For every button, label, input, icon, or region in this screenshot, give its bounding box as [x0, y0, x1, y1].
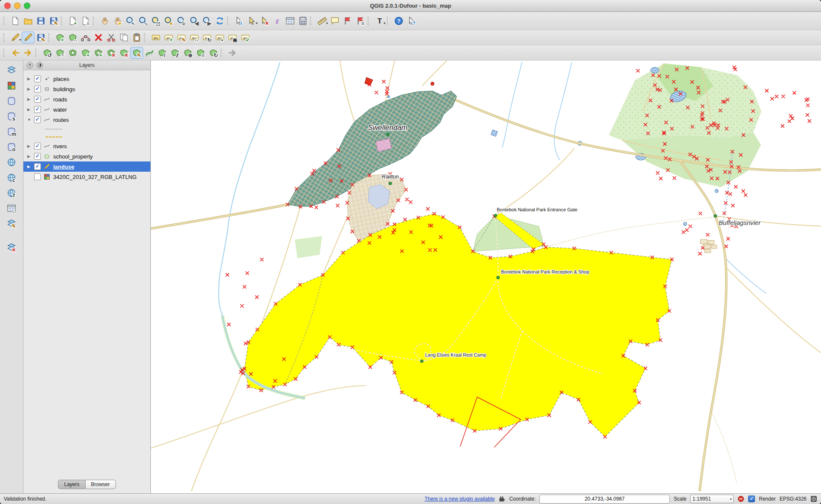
field-calculator-button[interactable] — [297, 15, 309, 27]
undo-button[interactable] — [9, 47, 22, 59]
expand-arrow-icon[interactable]: ▶ — [27, 154, 32, 158]
layer-visibility-checkbox[interactable]: ✓ — [34, 116, 41, 123]
expand-arrow-icon[interactable]: ▶ — [27, 107, 32, 112]
toggle-editing-button[interactable] — [22, 32, 35, 43]
remove-layer-button[interactable]: ✕ — [4, 241, 19, 254]
label-pin-button[interactable]: abc▪ — [213, 32, 226, 43]
crs-status[interactable]: EPSG:4326 — [780, 496, 807, 502]
crs-status-icon[interactable] — [810, 495, 817, 502]
coordinate-input[interactable] — [539, 495, 670, 504]
label-rotate-button[interactable]: abc↻ — [201, 32, 213, 43]
toolbar-drag-handle[interactable] — [310, 17, 314, 25]
pan-map-button[interactable] — [98, 15, 111, 27]
redo-button[interactable] — [22, 47, 35, 59]
toolbar-drag-handle[interactable] — [3, 33, 7, 42]
rotate-feature-button[interactable]: ↺ — [41, 47, 54, 59]
zoom-to-layer-button[interactable]: L — [175, 15, 188, 27]
add-feature-button[interactable]: + — [54, 32, 66, 43]
new-shapefile-layer-button[interactable]: ✎ — [4, 217, 19, 230]
expand-arrow-icon[interactable]: ▼ — [27, 118, 32, 122]
copy-features-button[interactable] — [118, 32, 130, 43]
toolbar-drag-handle[interactable] — [93, 17, 96, 25]
toolbar-drag-handle[interactable] — [3, 49, 7, 57]
whats-this-button[interactable]: ? — [405, 15, 418, 27]
add-mssql-layer-button[interactable]: m — [4, 125, 19, 138]
move-feature-button[interactable]: ↔ — [66, 32, 79, 43]
toolbar-drag-handle[interactable] — [221, 49, 224, 57]
label-change-button[interactable]: abc✎ — [175, 32, 188, 43]
toolbar-drag-handle[interactable] — [227, 17, 230, 25]
open-project-button[interactable] — [22, 15, 35, 27]
panel-tab-browser[interactable]: Browser — [86, 480, 116, 489]
simplify-feature-button[interactable]: ~ — [54, 47, 66, 59]
open-attribute-table-button[interactable] — [284, 15, 297, 27]
zoom-to-selection-button[interactable]: ● — [162, 15, 175, 27]
layer-visibility-checkbox[interactable]: ✓ — [34, 96, 41, 103]
layer-item-rivers[interactable]: ▶✓rivers — [23, 141, 150, 151]
pan-to-selection-button[interactable]: ● — [111, 15, 124, 27]
layer-visibility-checkbox[interactable]: ✓ — [34, 163, 41, 170]
node-tool-button[interactable] — [79, 32, 92, 43]
plugin-icon[interactable] — [498, 495, 505, 502]
layer-item-routes[interactable]: ▼✓routes — [23, 115, 150, 125]
zoom-last-button[interactable]: ◀ — [188, 15, 201, 27]
help-button[interactable]: ? — [392, 15, 405, 27]
select-by-expression-button[interactable]: ε — [271, 15, 284, 27]
add-spatialite-layer-button[interactable]: s — [4, 110, 19, 123]
select-features-button[interactable]: ▼ — [245, 15, 258, 27]
layer-item-roads[interactable]: ▶✓roads — [23, 94, 150, 104]
layer-item-school_property[interactable]: ▶✓school_property — [23, 151, 150, 161]
rotate-point-symbols-button[interactable]: ↻ — [207, 47, 220, 59]
toolbar-drag-handle[interactable] — [3, 17, 7, 25]
map-tips-button[interactable] — [328, 15, 341, 27]
expand-arrow-icon[interactable]: ▶ — [27, 164, 32, 169]
split-parts-button[interactable]: ⫽ — [169, 47, 181, 59]
cut-features-button[interactable] — [105, 32, 118, 43]
toolbar-drag-handle[interactable] — [368, 17, 371, 25]
toolbar-drag-handle[interactable] — [387, 17, 390, 25]
save-layer-edits-button[interactable]: ✎ — [35, 32, 47, 43]
layer-visibility-checkbox[interactable] — [34, 173, 41, 180]
map-canvas[interactable]: SwellendamRailtonBontebok National Park … — [151, 60, 821, 493]
add-wms-layer-button[interactable] — [4, 156, 19, 169]
split-features-button[interactable]: / — [156, 47, 169, 59]
label-properties-button[interactable]: abc✓ — [239, 32, 252, 43]
panel-tab-layers[interactable]: Layers — [58, 480, 85, 489]
refresh-map-button[interactable] — [213, 15, 226, 27]
add-wcs-layer-button[interactable]: c — [4, 171, 19, 184]
show-bookmarks-button[interactable]: ≡ — [354, 15, 367, 27]
zoom-full-button[interactable]: ◻ — [150, 15, 162, 27]
label-add-button[interactable]: abc+ — [162, 32, 175, 43]
identify-features-button[interactable]: i — [233, 15, 245, 27]
scale-combobox[interactable]: 1:19951 ▾ — [690, 495, 734, 503]
add-part-button[interactable]: + — [79, 47, 92, 59]
toolbar-drag-handle[interactable] — [35, 49, 39, 57]
fill-ring-button[interactable]: + — [92, 47, 105, 59]
composer-manager-button[interactable]: ≡ — [79, 15, 92, 27]
toolbar-drag-handle[interactable] — [48, 33, 52, 42]
layer-item-3420C_2010_327_RGB_LATLNG[interactable]: 3420C_2010_327_RGB_LATLNG — [23, 172, 150, 182]
merge-features-button[interactable]: ⊕ — [181, 47, 194, 59]
layer-item-places[interactable]: ▶✓places — [23, 74, 150, 84]
expand-arrow-icon[interactable]: ▶ — [27, 77, 32, 81]
layer-visibility-checkbox[interactable]: ✓ — [34, 75, 41, 82]
toolbar-drag-handle[interactable] — [144, 33, 147, 42]
measure-button[interactable]: ▼ — [316, 15, 328, 27]
add-raster-layer-button[interactable] — [4, 79, 19, 92]
new-project-button[interactable] — [9, 15, 22, 27]
layer-visibility-checkbox[interactable]: ✓ — [34, 106, 41, 113]
layer-visibility-checkbox[interactable]: ✓ — [34, 86, 41, 92]
offset-curve-button[interactable] — [143, 47, 156, 59]
float-panel-icon[interactable]: ◨ — [36, 62, 43, 69]
close-panel-icon[interactable]: ✕ — [26, 62, 33, 69]
expand-arrow-icon[interactable]: ▶ — [27, 97, 32, 101]
render-checkbox[interactable]: ✓ — [748, 495, 755, 502]
current-edits-button[interactable]: ▼ — [9, 32, 22, 43]
reshape-features-button[interactable]: ✎ — [130, 47, 143, 59]
deselect-features-button[interactable]: ✕ — [258, 15, 271, 27]
paste-features-button[interactable] — [130, 32, 143, 43]
plugin-available-link[interactable]: There is a new plugin available — [424, 496, 495, 502]
delete-part-button[interactable]: ✕ — [118, 47, 130, 59]
add-delimited-text-layer-button[interactable]: , — [4, 202, 19, 215]
save-project-as-button[interactable]: ✎ — [47, 15, 60, 27]
